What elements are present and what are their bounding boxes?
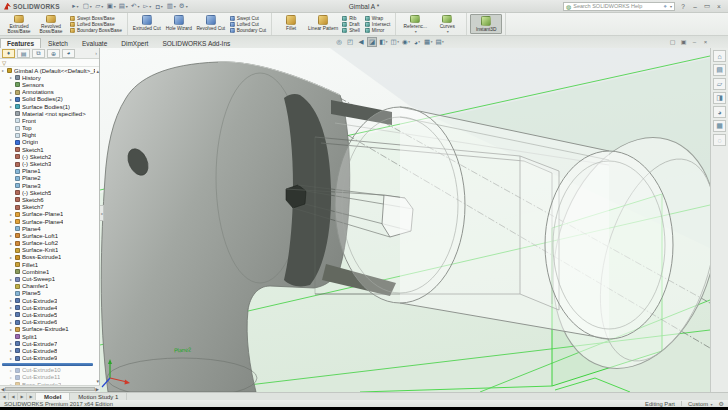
help-button[interactable]: ? xyxy=(678,1,688,11)
feature-tree-item[interactable]: (-) Sketch3 xyxy=(0,160,95,167)
first-tab-icon[interactable]: ◀ xyxy=(0,393,9,400)
previous-view-icon[interactable]: ◀ xyxy=(356,37,366,47)
status-tag-icon[interactable]: ⚙ xyxy=(719,400,724,407)
feature-tree-item[interactable]: Boss-Extrude1 xyxy=(0,254,95,261)
ribbon-button[interactable]: Shell xyxy=(342,27,360,33)
expand-caret-icon[interactable] xyxy=(9,241,13,246)
feature-tree-item[interactable]: Sensors xyxy=(0,81,95,88)
feature-tree-item[interactable]: Fillet1 xyxy=(0,261,95,268)
quick-toolbar-button[interactable]: ◘▾ xyxy=(154,1,165,12)
display-style-icon[interactable]: ◫ xyxy=(390,37,400,47)
feature-tree-item[interactable]: Right xyxy=(0,132,95,139)
feature-tree-item[interactable]: Origin xyxy=(0,139,95,146)
close-button[interactable]: × xyxy=(714,1,724,11)
document-tab[interactable]: Motion Study 1 xyxy=(70,393,127,400)
file-explorer-icon[interactable]: ▱ xyxy=(713,78,726,90)
feature-tree-item[interactable]: Cut-Extrude3 xyxy=(0,297,95,304)
feature-tree-item[interactable]: Surface-Loft1 xyxy=(0,232,95,239)
scrollbar-thumb[interactable] xyxy=(5,387,94,391)
feature-tree-item[interactable]: Top xyxy=(0,125,95,132)
ribbon-button[interactable]: Linear Pattern xyxy=(307,14,339,34)
feature-tree-item[interactable]: Sketch6 xyxy=(0,196,95,203)
feature-tree-item[interactable]: Cut-Extrude5 xyxy=(0,311,95,318)
feature-tree-item[interactable]: Gimbal A (Default<<Default>_PhotoWork xyxy=(0,67,95,74)
view-orientation-icon[interactable]: ◧ xyxy=(378,37,388,47)
expand-caret-icon[interactable] xyxy=(9,320,13,325)
ribbon-button[interactable]: Revolved Cut xyxy=(195,14,227,34)
commandmanager-tab[interactable]: SOLIDWORKS Add-Ins xyxy=(155,38,237,48)
zoom-to-fit-icon[interactable]: ◎ xyxy=(334,37,344,47)
doc-close-icon[interactable]: × xyxy=(701,37,710,46)
feature-tree-item[interactable]: Surface-Plane4 xyxy=(0,218,95,225)
expand-caret-icon[interactable] xyxy=(9,90,13,95)
expand-caret-icon[interactable] xyxy=(9,212,13,217)
feature-tree-item[interactable]: Surface-Extrude1 xyxy=(0,326,95,333)
expand-caret-icon[interactable] xyxy=(9,341,13,346)
zoom-to-area-icon[interactable]: ◰ xyxy=(345,37,355,47)
last-tab-icon[interactable]: ▶ xyxy=(27,393,36,400)
expand-caret-icon[interactable] xyxy=(9,277,13,282)
hide-show-items-icon[interactable]: ◉ xyxy=(401,37,411,47)
expand-caret-icon[interactable] xyxy=(9,312,13,317)
feature-tree-item[interactable]: (-) Sketch2 xyxy=(0,153,95,160)
doc-cascade-icon[interactable]: ▢ xyxy=(668,37,677,46)
next-tab-icon[interactable]: ▶ xyxy=(18,393,27,400)
ribbon-button[interactable]: Curves ▾ xyxy=(431,14,463,34)
feature-tree-item[interactable] xyxy=(2,363,93,366)
commandmanager-tab[interactable]: Evaluate xyxy=(75,38,114,48)
doc-minimize-icon[interactable]: – xyxy=(690,37,699,46)
expand-caret-icon[interactable] xyxy=(9,368,13,373)
quick-toolbar-button[interactable]: ▥▾ xyxy=(166,1,177,12)
commandmanager-tab[interactable]: Sketch xyxy=(41,38,75,48)
feature-tree-item[interactable]: Cut-Extrude4 xyxy=(0,304,95,311)
feature-tree-item[interactable]: Cut-Sweep1 xyxy=(0,275,95,282)
expand-caret-icon[interactable] xyxy=(9,219,13,224)
feature-tree-item[interactable]: Cut-Extrude10 xyxy=(0,367,95,374)
displaymanager-tab-icon[interactable]: ◕ xyxy=(62,49,75,58)
expand-caret-icon[interactable] xyxy=(9,375,13,380)
quick-toolbar-button[interactable]: ▣▾ xyxy=(106,1,117,12)
feature-tree-item[interactable]: History xyxy=(0,74,95,81)
feature-tree-item[interactable]: Cut-Extrude8 xyxy=(0,347,95,354)
feature-tree-item[interactable]: Combine1 xyxy=(0,268,95,275)
view-settings-icon[interactable]: ▤ xyxy=(434,37,444,47)
expand-caret-icon[interactable] xyxy=(1,68,5,73)
expand-caret-icon[interactable] xyxy=(9,97,13,102)
quick-toolbar-button[interactable]: ↶▾ xyxy=(130,1,141,12)
quick-toolbar-button[interactable]: ▢▾ xyxy=(82,1,93,12)
section-view-icon[interactable]: ◪ xyxy=(367,37,377,47)
quick-toolbar-button[interactable]: ▸▾ xyxy=(70,1,81,12)
appearances-scenes-icon[interactable]: ◕ xyxy=(713,106,726,118)
quick-toolbar-button[interactable]: ▻▾ xyxy=(142,1,153,12)
feature-tree-item[interactable]: Cut-Extrude6 xyxy=(0,319,95,326)
feature-tree-item[interactable]: Surface-Knit1 xyxy=(0,247,95,254)
feature-tree-item[interactable]: Plane1 xyxy=(0,168,95,175)
feature-tree-item[interactable]: Surface-Loft2 xyxy=(0,240,95,247)
doc-restore-icon[interactable]: ▣ xyxy=(679,37,688,46)
feature-tree-item[interactable]: Surface Bodies(1) xyxy=(0,103,95,110)
solidworks-resources-icon[interactable]: ⌂ xyxy=(713,50,726,62)
tree-scroll-down-icon[interactable]: ▾ xyxy=(96,378,99,384)
expand-caret-icon[interactable] xyxy=(9,348,13,353)
quick-toolbar-button[interactable]: ▤▾ xyxy=(118,1,129,12)
quick-toolbar-button[interactable]: ⚙▾ xyxy=(178,1,189,12)
search-icon[interactable]: ⌖ xyxy=(664,3,667,10)
viewport-canvas[interactable] xyxy=(100,48,710,392)
expand-caret-icon[interactable] xyxy=(9,104,13,109)
restore-button[interactable]: ▭ xyxy=(702,1,712,11)
custom-properties-icon[interactable]: ▦ xyxy=(713,120,726,132)
ribbon-button[interactable]: Boundary Boss/Base xyxy=(70,27,122,33)
ribbon-button[interactable]: Extruded Boss/Base xyxy=(3,14,35,34)
propertymanager-tab-icon[interactable]: ▤ xyxy=(17,49,30,58)
feature-tree-item[interactable]: Surface-Plane1 xyxy=(0,211,95,218)
ribbon-button[interactable]: Boundary Cut xyxy=(230,27,266,33)
feature-tree-item[interactable]: Plane5 xyxy=(0,290,95,297)
quick-toolbar-button[interactable]: ▱▾ xyxy=(94,1,105,12)
panel-collapse-handle[interactable]: ◂ xyxy=(100,205,104,221)
expand-caret-icon[interactable] xyxy=(9,327,13,332)
ribbon-button[interactable]: Revolved Boss/Base xyxy=(35,14,67,34)
feature-tree-item[interactable]: Material <not specified> xyxy=(0,110,95,117)
feature-tree-item[interactable]: Sketch7 xyxy=(0,204,95,211)
design-library-icon[interactable]: ▤ xyxy=(713,64,726,76)
expand-caret-icon[interactable] xyxy=(9,255,13,260)
